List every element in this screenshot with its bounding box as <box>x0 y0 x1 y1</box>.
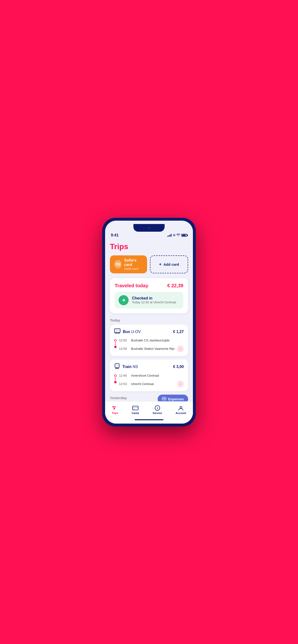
svg-point-16 <box>118 368 119 369</box>
stops-indicator <box>114 338 117 352</box>
card-name: Sofie's card <box>124 258 143 267</box>
expenses-label: Expenses <box>168 397 184 401</box>
train-operator: NS <box>133 365 138 369</box>
service-nav-icon: i <box>155 406 160 411</box>
train-stop-1: 12:40 Amersfoort Centraal <box>119 374 184 377</box>
traveled-amount: € 22,39 <box>167 283 183 288</box>
nav-item-cards[interactable]: Cards <box>128 404 143 416</box>
train-stops-indicator <box>114 374 117 388</box>
svg-text:i: i <box>157 406 158 410</box>
trip-header-train: Train NS € 3,00 <box>114 363 184 370</box>
phone-frame: 9:41 ⌘ Trips <box>102 218 196 426</box>
train-stop-2-time: 12:53 <box>119 382 128 386</box>
phone-screen: 9:41 ⌘ Trips <box>105 221 193 424</box>
svg-point-19 <box>163 398 165 399</box>
trip-card-bus: Bus U-OV € 1,27 12: <box>110 325 188 356</box>
nav-item-account[interactable]: Account <box>172 404 190 416</box>
screen-content: Trips Sofie's card Debit card <box>105 238 193 401</box>
bus-stop-1: 12:55 Bushalte CS Jaarbeurszijde <box>119 338 184 342</box>
trip-header-bus: Bus U-OV € 1,27 <box>114 328 184 335</box>
svg-rect-13 <box>117 364 118 366</box>
notch-dot <box>148 227 150 229</box>
card-selector: Sofie's card Debit card + Add card <box>110 256 188 273</box>
train-detail-arrow[interactable]: › <box>177 381 184 388</box>
status-icons: ⌘ <box>167 233 187 237</box>
bus-stop-1-name: Bushalte CS Jaarbeurszijde <box>131 338 169 342</box>
checkin-title: Checked in <box>132 296 176 300</box>
bus-stop-1-time: 12:55 <box>119 338 128 342</box>
bus-detail-arrow[interactable]: › <box>177 346 184 352</box>
train-stop-2-name: Utrecht Centraal <box>131 382 154 386</box>
home-bar <box>135 419 163 420</box>
train-stops-row: 12:40 Amersfoort Centraal 12:53 Utrecht … <box>114 374 184 388</box>
bus-stop-details: 12:55 Bushalte CS Jaarbeurszijde 12:59 B… <box>119 338 184 352</box>
checkin-icon <box>118 295 129 305</box>
svg-rect-1 <box>116 264 120 264</box>
stop-dot-empty <box>114 339 117 342</box>
trip-mode-train: Train NS <box>114 363 138 370</box>
train-stop-2: 12:53 Utrecht Centraal › <box>119 381 184 388</box>
train-connector <box>115 378 116 380</box>
svg-point-8 <box>115 332 116 334</box>
bus-mode-name: Bus <box>123 330 130 334</box>
nav-label-trips: Trips <box>112 412 118 414</box>
train-icon <box>114 363 120 370</box>
active-card[interactable]: Sofie's card Debit card <box>110 256 147 273</box>
train-stop-1-time: 12:40 <box>119 374 128 377</box>
card-type: Debit card <box>124 267 143 270</box>
nav-label-account: Account <box>176 412 186 414</box>
trip-card-train: Train NS € 3,00 12: <box>110 360 188 391</box>
trip-mode-bus: Bus U-OV <box>114 328 141 335</box>
stop-dot-filled <box>114 346 117 348</box>
page-title: Trips <box>110 242 188 251</box>
bus-stop-2-time: 12:59 <box>119 347 128 350</box>
traveled-today-card: Traveled today € 22,39 Checked in Today … <box>110 278 188 314</box>
status-bar: 9:41 ⌘ <box>105 232 193 238</box>
train-stop-details: 12:40 Amersfoort Centraal 12:53 Utrecht … <box>119 374 184 388</box>
bus-stop-2: 12:59 Bushalte Station Vaartsche Rijn › <box>119 346 184 352</box>
train-stop-dot-filled <box>114 381 117 383</box>
svg-rect-12 <box>116 364 117 366</box>
signal-icon <box>167 234 172 237</box>
bottom-nav: Trips Cards i Service <box>105 401 193 417</box>
expenses-icon <box>162 396 166 401</box>
section-yesterday-row: Yesterday Expenses <box>110 394 188 401</box>
status-time: 9:41 <box>111 233 118 238</box>
svg-point-9 <box>118 332 120 334</box>
add-card-button[interactable]: + Add card <box>150 256 188 273</box>
checked-in-box: Checked in Today 12:50 at Utrecht Centra… <box>115 292 183 308</box>
svg-rect-14 <box>115 366 119 368</box>
battery-icon <box>181 234 187 237</box>
cards-nav-icon <box>132 406 138 411</box>
section-yesterday-label: Yesterday <box>110 396 127 400</box>
notch <box>133 224 165 232</box>
checkin-subtitle: Today 12:50 at Utrecht Centraal <box>132 300 176 304</box>
expenses-button[interactable]: Expenses <box>158 394 188 401</box>
bus-operator: U-OV <box>131 330 141 334</box>
card-icon <box>114 260 122 268</box>
notch-area <box>105 221 193 232</box>
card-info: Sofie's card Debit card <box>124 258 143 270</box>
account-nav-icon <box>178 406 184 411</box>
svg-point-3 <box>119 264 120 266</box>
nav-item-service[interactable]: i Service <box>149 404 166 416</box>
connector <box>115 342 116 345</box>
svg-rect-27 <box>132 407 138 408</box>
nav-label-cards: Cards <box>132 412 139 414</box>
bus-price: € 1,27 <box>173 330 184 334</box>
svg-rect-7 <box>114 331 120 332</box>
traveled-label: Traveled today <box>115 283 148 288</box>
bus-stops-row: 12:55 Bushalte CS Jaarbeurszijde 12:59 B… <box>114 338 184 352</box>
wifi-icon: ⌘ <box>173 233 180 237</box>
svg-rect-6 <box>117 330 119 331</box>
svg-rect-28 <box>133 409 135 409</box>
traveled-header: Traveled today € 22,39 <box>115 283 183 288</box>
nav-item-trips[interactable]: Trips <box>108 404 122 416</box>
trips-nav-icon <box>112 406 118 411</box>
svg-point-31 <box>180 406 182 408</box>
plus-icon: + <box>159 262 162 267</box>
train-mode-name: Train <box>122 365 131 369</box>
bus-icon <box>114 328 120 335</box>
checkin-info: Checked in Today 12:50 at Utrecht Centra… <box>132 296 176 304</box>
train-stop-1-name: Amersfoort Centraal <box>131 374 159 377</box>
